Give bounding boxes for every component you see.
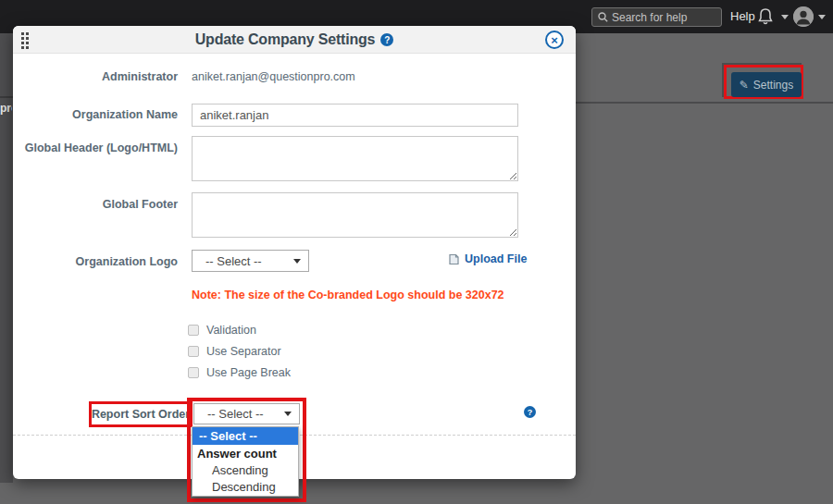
validation-checkbox[interactable] [188,325,199,336]
global-header-label: Global Header (Logo/HTML) [13,141,178,154]
upload-file-label: Upload File [465,252,527,265]
organization-logo-select-value: -- Select -- [193,254,262,268]
organization-name-input[interactable] [192,104,518,127]
use-page-break-checkbox-row: Use Page Break [188,366,291,379]
search-input[interactable] [612,11,712,24]
organization-logo-label: Organization Logo [13,255,178,268]
caret-down-icon [284,412,292,416]
menu-group-answer-count: Answer count [193,445,298,462]
help-search-box[interactable] [591,7,722,27]
user-avatar[interactable] [793,6,814,27]
logo-size-note: Note: The size of the Co-branded Logo sh… [192,289,504,301]
report-sort-order-label: Report Sort Order [92,408,190,421]
settings-button-annotation-box: ✎ Settings [724,65,803,99]
notifications-chevron-down-icon[interactable] [781,15,789,19]
page-header-divider [576,102,833,104]
close-icon[interactable]: × [545,31,564,49]
global-footer-textarea[interactable] [192,192,518,238]
account-chevron-down-icon[interactable] [818,15,826,19]
organization-logo-select[interactable]: -- Select -- [192,250,309,272]
use-separator-checkbox[interactable] [188,346,199,357]
settings-button-label: Settings [753,79,793,92]
use-separator-label: Use Separator [206,345,281,358]
global-header-textarea[interactable] [192,136,518,181]
administrator-label: Administrator [13,70,178,83]
questionpro-logo-fragment: pro [0,102,12,115]
use-page-break-label: Use Page Break [206,366,291,379]
use-separator-checkbox-row: Use Separator [188,345,281,358]
administrator-value: aniket.ranjan@questionpro.com [192,70,355,83]
global-footer-label: Global Footer [13,198,178,211]
menu-option-select[interactable]: -- Select -- [193,427,298,445]
report-sort-order-open-menu: -- Select -- Answer count Ascending Desc… [192,426,299,497]
report-sort-order-select[interactable]: -- Select -- [193,403,300,424]
report-sort-order-help-icon[interactable]: ? [524,406,536,418]
use-page-break-checkbox[interactable] [188,367,199,378]
title-help-icon[interactable]: ? [380,33,393,46]
search-icon [598,12,608,22]
organization-name-label: Organization Name [13,108,178,121]
file-icon [448,253,460,265]
dimmed-left-page-edge: pro [0,33,13,483]
help-menu[interactable]: Help [730,9,755,23]
validation-label: Validation [206,324,256,337]
menu-option-descending[interactable]: Descending [193,479,298,496]
page-header-divider [0,96,13,98]
validation-checkbox-row: Validation [188,324,256,337]
caret-down-icon [293,259,301,264]
dialog-title: Update Company Settings [195,31,376,48]
dialog-header: Update Company Settings ? × [13,26,576,54]
upload-file-link[interactable]: Upload File [448,252,527,265]
pencil-icon: ✎ [740,79,749,92]
notifications-bell-icon[interactable] [757,7,774,30]
report-sort-order-select-value: -- Select -- [194,407,264,421]
menu-option-ascending[interactable]: Ascending [193,462,298,479]
settings-button[interactable]: ✎ Settings [731,72,802,97]
report-sort-order-annotation-box: Report Sort Order [89,401,193,427]
